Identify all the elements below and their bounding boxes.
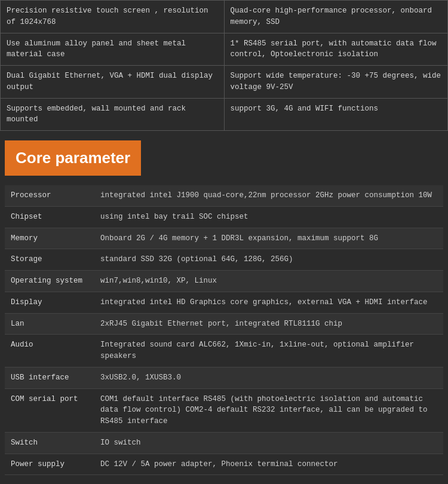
param-label-9: COM serial port [5, 388, 94, 432]
bottom-heading-wrap: touch screen LCD display [0, 475, 448, 484]
feature-cell-2-1: Support wide temperature: -30 +75 degree… [224, 66, 448, 99]
param-label-8: USB interface [5, 367, 94, 388]
param-value-9: COM1 default interface RS485 (with photo… [94, 388, 443, 432]
feature-cell-3-0: Supports embedded, wall mounted and rack… [1, 98, 225, 131]
param-row: COM serial portCOM1 default interface RS… [5, 388, 443, 432]
param-row: Storagestandard SSD 32G (optional 64G, 1… [5, 249, 443, 271]
param-row: AudioIntegrated sound card ALC662, 1Xmic… [5, 335, 443, 367]
param-value-1: using intel bay trail SOC chipset [94, 206, 443, 228]
feature-cell-0-1: Quad-core high-performance processor, on… [224, 1, 448, 33]
param-value-0: integrated intel J1900 quad-core,22nm pr… [94, 185, 443, 206]
param-label-11: Power supply [5, 454, 94, 475]
param-label-10: Switch [5, 432, 94, 454]
param-label-1: Chipset [5, 206, 94, 228]
param-label-5: Display [5, 292, 94, 313]
core-parameter-heading-wrap: Core parameter [0, 131, 448, 185]
param-value-5: integrated intel HD Graphics core graphi… [94, 292, 443, 313]
param-row: Displayintegrated intel HD Graphics core… [5, 292, 443, 313]
core-parameter-label: Core parameter [16, 149, 130, 167]
param-value-11: DC 12V / 5A power adapter, Phoenix termi… [94, 454, 443, 475]
feature-cell-2-0: Dual Gigabit Ethernet, VGA + HDMI dual d… [1, 66, 225, 99]
param-value-6: 2xRJ45 Gigabit Ethernet port, integrated… [94, 313, 443, 335]
param-value-3: standard SSD 32G (optional 64G, 128G, 25… [94, 249, 443, 271]
feature-cell-1-0: Use aluminum alloy panel and sheet metal… [1, 33, 225, 66]
param-label-2: Memory [5, 228, 94, 249]
feature-cell-1-1: 1* RS485 serial port, with automatic dat… [224, 33, 448, 66]
param-label-6: Lan [5, 313, 94, 335]
feature-cell-0-0: Precision resistive touch screen , resol… [1, 1, 225, 33]
param-value-10: IO switch [94, 432, 443, 454]
param-label-3: Storage [5, 249, 94, 271]
core-parameter-heading: Core parameter [5, 140, 141, 176]
param-value-7: Integrated sound card ALC662, 1Xmic-in, … [94, 335, 443, 367]
param-label-7: Audio [5, 335, 94, 367]
param-row: Chipsetusing intel bay trail SOC chipset [5, 206, 443, 228]
param-row: MemoryOnboard 2G / 4G memory + 1 DDR3L e… [5, 228, 443, 249]
param-row: Power supplyDC 12V / 5A power adapter, P… [5, 454, 443, 475]
param-value-4: win7,win8,win10, XP, Linux [94, 271, 443, 292]
param-label-0: Processor [5, 185, 94, 206]
features-table: Precision resistive touch screen , resol… [0, 0, 448, 131]
param-table: Processorintegrated intel J1900 quad-cor… [5, 185, 443, 475]
param-row: Operating systemwin7,win8,win10, XP, Lin… [5, 271, 443, 292]
param-label-4: Operating system [5, 271, 94, 292]
param-row: Lan2xRJ45 Gigabit Ethernet port, integra… [5, 313, 443, 335]
param-value-2: Onboard 2G / 4G memory + 1 DDR3L expansi… [94, 228, 443, 249]
param-value-8: 3xUSB2.0, 1XUSB3.0 [94, 367, 443, 388]
param-row: Processorintegrated intel J1900 quad-cor… [5, 185, 443, 206]
feature-cell-3-1: support 3G, 4G and WIFI functions [224, 98, 448, 131]
param-row: USB interface3xUSB2.0, 1XUSB3.0 [5, 367, 443, 388]
param-row: SwitchIO switch [5, 432, 443, 454]
